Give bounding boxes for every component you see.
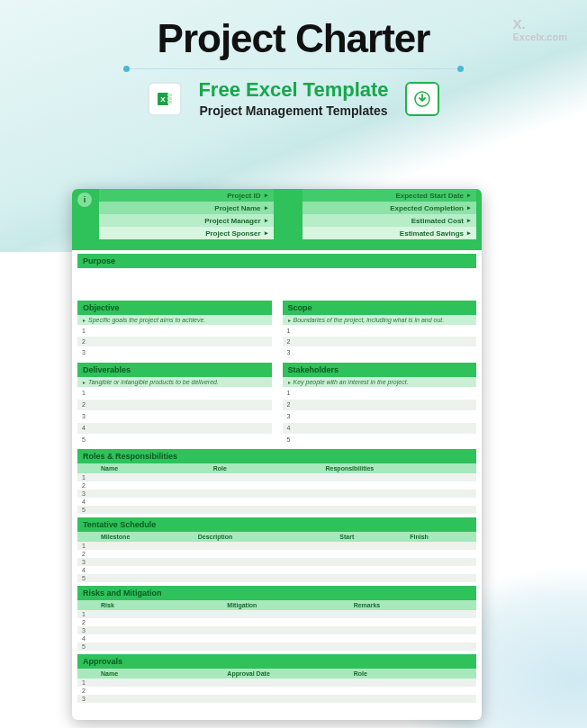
page-title: Project Charter xyxy=(0,16,587,61)
field-start-date: Expected Start Date▸ xyxy=(303,189,477,202)
divider xyxy=(127,68,460,69)
field-project-id: Project ID▸ xyxy=(99,189,274,202)
download-icon[interactable] xyxy=(405,82,439,116)
header-fields-left: Project ID▸ Project Name▸ Project Manage… xyxy=(99,189,274,239)
section-objective: Objective ▸Specific goals the project ai… xyxy=(77,301,272,357)
section-schedule: Tentative Schedule MilestoneDescriptionS… xyxy=(77,517,476,582)
section-deliverables: Deliverables ▸Tangible or intangible pro… xyxy=(77,363,272,445)
svg-rect-4 xyxy=(167,101,172,103)
field-project-sponsor: Project Sponser▸ xyxy=(99,227,274,239)
section-risks: Risks and Mitigation RiskMitigationRemar… xyxy=(77,586,476,651)
svg-rect-2 xyxy=(167,94,172,96)
header-fields-right: Expected Start Date▸ Expected Completion… xyxy=(303,189,477,239)
section-approvals: Approvals NameApproval DateRole 1 2 3 xyxy=(77,654,476,703)
section-roles: Roles & Responsibilities NameRoleRespons… xyxy=(77,449,476,514)
svg-rect-3 xyxy=(167,97,172,100)
info-icon: i xyxy=(77,193,92,207)
section-scope: Scope ▸Boundaries of the project, includ… xyxy=(283,301,477,357)
section-purpose: Purpose xyxy=(77,254,476,295)
template-preview: i Project ID▸ Project Name▸ Project Mana… xyxy=(72,189,482,720)
field-savings: Estimated Savings▸ xyxy=(303,227,477,239)
section-stakeholders: Stakeholders ▸Key people with an interes… xyxy=(283,363,477,445)
field-project-name: Project Name▸ xyxy=(99,202,274,214)
field-cost: Estimated Cost▸ xyxy=(303,214,477,227)
excel-icon: X xyxy=(148,82,182,116)
svg-text:X: X xyxy=(161,95,167,103)
field-project-manager: Project Manager▸ xyxy=(99,214,274,227)
field-completion: Expected Completion▸ xyxy=(303,202,477,214)
subtitle: Free Excel Template xyxy=(198,80,388,100)
tagline: Project Management Templates xyxy=(198,103,388,118)
